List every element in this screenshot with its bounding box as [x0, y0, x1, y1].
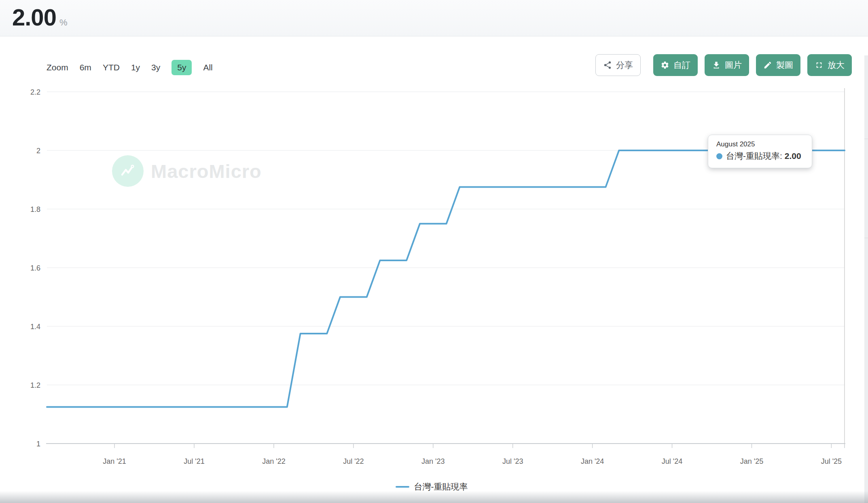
svg-text:1.2: 1.2 — [30, 381, 40, 389]
chart-tooltip: August 2025 台灣-重貼現率: 2.00 — [708, 135, 812, 168]
tooltip-value: 2.00 — [785, 151, 801, 161]
tooltip-series-label: 台灣-重貼現率: — [726, 150, 782, 162]
legend-line-sample — [396, 486, 409, 488]
svg-text:2.2: 2.2 — [30, 88, 40, 96]
svg-text:2: 2 — [36, 147, 40, 155]
svg-text:1.6: 1.6 — [30, 264, 40, 272]
svg-text:1.8: 1.8 — [30, 205, 40, 213]
svg-text:Jul '23: Jul '23 — [502, 457, 523, 465]
line-chart[interactable]: 11.21.41.61.822.2Jan '21Jul '21Jan '22Ju… — [0, 0, 868, 503]
legend-series-label: 台灣-重貼現率 — [414, 481, 468, 492]
svg-text:Jul '21: Jul '21 — [184, 457, 204, 465]
scrollbar-thumb-edge — [864, 139, 868, 139]
tooltip-date: August 2025 — [716, 140, 804, 148]
svg-text:Jul '24: Jul '24 — [662, 457, 682, 465]
svg-text:Jan '25: Jan '25 — [740, 457, 763, 465]
svg-text:Jul '22: Jul '22 — [343, 457, 364, 465]
scrollbar-track[interactable] — [864, 55, 868, 503]
svg-text:Jan '23: Jan '23 — [421, 457, 445, 465]
svg-text:1.4: 1.4 — [30, 323, 40, 331]
svg-text:1: 1 — [36, 440, 40, 448]
scrollbar-thumb-edge — [864, 238, 868, 238]
series-marker-dot — [716, 153, 722, 159]
svg-text:Jan '24: Jan '24 — [581, 457, 604, 465]
svg-text:Jan '22: Jan '22 — [262, 457, 285, 465]
svg-text:Jan '21: Jan '21 — [103, 457, 126, 465]
legend[interactable]: 台灣-重貼現率 — [0, 481, 863, 492]
svg-text:Jul '25: Jul '25 — [821, 457, 842, 465]
